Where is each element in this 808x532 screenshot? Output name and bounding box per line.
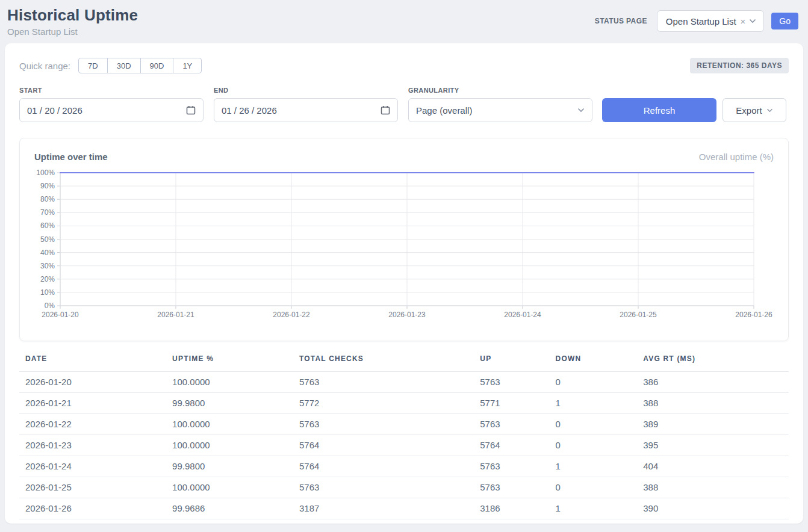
page-header: Historical Uptime Open Startup List STAT…	[0, 0, 808, 43]
svg-text:2026-01-22: 2026-01-22	[273, 311, 310, 319]
table-cell: 2026-01-21	[19, 393, 166, 414]
table-cell: 0	[550, 372, 638, 393]
table-cell: 389	[637, 414, 789, 435]
quick-range-30d[interactable]: 30D	[107, 58, 141, 73]
table-header-row: DATEUPTIME %TOTAL CHECKSUPDOWNAVG RT (MS…	[19, 354, 789, 372]
table-cell: 2026-01-25	[19, 477, 166, 498]
table-cell: 2026-01-26	[19, 498, 166, 519]
quick-range-90d[interactable]: 90D	[140, 58, 174, 73]
table-cell: 5763	[474, 372, 549, 393]
go-button[interactable]: Go	[771, 13, 798, 29]
table-cell: 5763	[293, 414, 474, 435]
table-cell: 0	[550, 414, 638, 435]
column-header: UPTIME %	[166, 354, 293, 372]
table-cell: 2026-01-20	[19, 372, 166, 393]
svg-text:60%: 60%	[40, 221, 55, 230]
main-panel: Quick range: 7D30D90D1Y RETENTION: 365 D…	[5, 43, 803, 524]
column-header: DOWN	[550, 354, 638, 372]
column-header: TOTAL CHECKS	[293, 354, 474, 372]
svg-text:2026-01-26: 2026-01-26	[735, 311, 772, 319]
granularity-label: GRANULARITY	[408, 87, 592, 94]
table-cell: 99.9800	[166, 393, 293, 414]
quick-range-1y[interactable]: 1Y	[173, 58, 202, 73]
svg-text:10%: 10%	[40, 288, 55, 297]
table-cell: 1	[550, 498, 638, 519]
export-button[interactable]: Export	[723, 98, 786, 122]
table-row: 2026-01-2199.9800577257711388	[19, 393, 789, 414]
chart-card: Uptime over time Overall uptime (%) 0%10…	[19, 138, 789, 341]
svg-text:0%: 0%	[45, 302, 55, 310]
table-cell: 5772	[293, 393, 474, 414]
granularity-value: Page (overall)	[416, 105, 472, 116]
column-header: AVG RT (MS)	[637, 354, 789, 372]
clear-icon[interactable]: ×	[741, 16, 746, 26]
svg-text:40%: 40%	[40, 249, 55, 257]
retention-badge: RETENTION: 365 DAYS	[690, 58, 789, 73]
table-cell: 5764	[293, 456, 474, 477]
table-cell: 2026-01-24	[19, 456, 166, 477]
svg-text:20%: 20%	[40, 275, 55, 283]
svg-text:2026-01-21: 2026-01-21	[157, 311, 194, 319]
export-button-label: Export	[736, 105, 762, 116]
column-header: UP	[474, 354, 549, 372]
table-row: 2026-01-23100.0000576457640395	[19, 435, 789, 456]
svg-text:100%: 100%	[36, 169, 55, 177]
svg-text:30%: 30%	[40, 262, 55, 270]
chevron-down-icon	[766, 108, 773, 113]
uptime-chart: 0%10%20%30%40%50%60%70%80%90%100%2026-01…	[34, 167, 772, 322]
quick-range-group: 7D30D90D1Y	[78, 58, 202, 73]
svg-text:70%: 70%	[40, 208, 55, 217]
svg-text:2026-01-25: 2026-01-25	[620, 311, 657, 319]
page-subtitle: Open Startup List	[7, 26, 138, 37]
svg-text:2026-01-23: 2026-01-23	[388, 311, 426, 319]
end-date-value: 01 / 26 / 2026	[222, 105, 277, 116]
granularity-select[interactable]: Page (overall)	[408, 98, 592, 122]
quick-range-row: Quick range: 7D30D90D1Y RETENTION: 365 D…	[19, 58, 789, 73]
start-date-input[interactable]: 01 / 20 / 2026	[19, 98, 204, 122]
chevron-down-icon	[577, 108, 585, 113]
quick-range-7d[interactable]: 7D	[78, 58, 108, 73]
table-cell: 5763	[474, 477, 549, 498]
table-cell: 1	[550, 393, 638, 414]
table-cell: 390	[637, 498, 789, 519]
table-row: 2026-01-25100.0000576357630388	[19, 477, 789, 498]
refresh-button[interactable]: Refresh	[602, 98, 716, 122]
table-cell: 5764	[474, 435, 549, 456]
calendar-icon[interactable]	[186, 105, 196, 115]
end-date-input[interactable]: 01 / 26 / 2026	[214, 98, 398, 122]
table-cell: 2026-01-23	[19, 435, 166, 456]
table-row: 2026-01-2499.9800576457631404	[19, 456, 789, 477]
table-cell: 5771	[474, 393, 549, 414]
start-date-value: 01 / 20 / 2026	[27, 105, 82, 116]
table-cell: 5763	[293, 372, 474, 393]
chevron-down-icon	[749, 19, 756, 23]
table-row: 2026-01-20100.0000576357630386	[19, 372, 789, 393]
filters-row: START 01 / 20 / 2026 END 01 / 26 / 2026	[19, 87, 789, 122]
chart-legend: Overall uptime (%)	[699, 152, 774, 162]
table-cell: 5763	[474, 414, 549, 435]
table-cell: 3186	[474, 498, 549, 519]
table-cell: 5764	[293, 435, 474, 456]
title-block: Historical Uptime Open Startup List	[7, 6, 138, 37]
table-cell: 395	[637, 435, 789, 456]
header-controls: STATUS PAGE Open Startup List × Go	[595, 10, 798, 32]
table-cell: 386	[637, 372, 789, 393]
table-body: 2026-01-20100.00005763576303862026-01-21…	[19, 372, 789, 519]
status-page-select[interactable]: Open Startup List ×	[657, 10, 765, 32]
table-row: 2026-01-22100.0000576357630389	[19, 414, 789, 435]
table-cell: 99.9800	[166, 456, 293, 477]
table-row: 2026-01-2699.9686318731861390	[19, 498, 789, 519]
uptime-table: DATEUPTIME %TOTAL CHECKSUPDOWNAVG RT (MS…	[19, 354, 789, 519]
svg-text:90%: 90%	[40, 182, 55, 190]
table-cell: 5763	[474, 456, 549, 477]
table-cell: 5763	[293, 477, 474, 498]
page-title: Historical Uptime	[7, 6, 138, 25]
start-label: START	[19, 87, 204, 94]
table-cell: 404	[637, 456, 789, 477]
end-label: END	[214, 87, 398, 94]
table-cell: 388	[637, 393, 789, 414]
table-cell: 100.0000	[166, 414, 293, 435]
table-cell: 100.0000	[166, 435, 293, 456]
column-header: DATE	[19, 354, 166, 372]
calendar-icon[interactable]	[381, 105, 390, 115]
